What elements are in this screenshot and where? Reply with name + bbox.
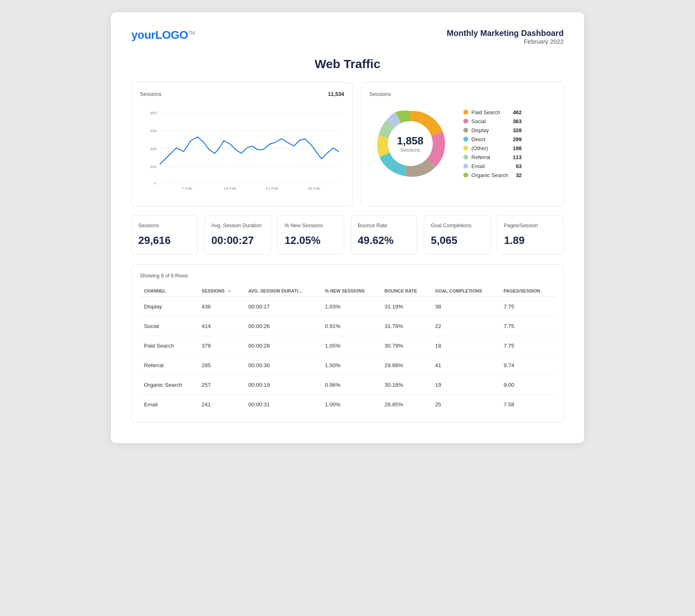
table-cell-0-6: 7.75 (500, 297, 555, 317)
sort-icon: ▼ (228, 289, 231, 293)
table-cell-2-6: 7.75 (500, 336, 555, 356)
table-cell-1-3: 0.91% (321, 317, 380, 336)
logo-brand: LOGO (155, 29, 188, 41)
legend-item: Social 363 (463, 118, 522, 124)
table-cell-2-3: 1.05% (321, 336, 380, 356)
legend-value: 328 (511, 127, 522, 133)
table-cell-1-6: 7.75 (500, 317, 555, 336)
table-cell-5-2: 00:00:31 (244, 395, 321, 414)
table-cell-1-5: 22 (431, 317, 500, 336)
table-cell-1-1: 414 (197, 317, 244, 336)
col-header-1[interactable]: Sessions ▼ (197, 285, 244, 297)
table-cell-3-2: 00:00:30 (244, 356, 321, 375)
table-header-row: ChannelSessions ▼Avg. Session Durati...%… (140, 285, 555, 297)
legend-value: 113 (511, 154, 522, 160)
table-row: Social41400:00:260.91%31.78%227.75 (140, 317, 555, 336)
stat-value: 5,065 (431, 234, 483, 247)
legend-name: (Other) (471, 145, 508, 151)
legend-item: Organic Search 32 (463, 172, 522, 178)
table-cell-5-5: 25 (431, 395, 500, 414)
table-cell-5-3: 1.00% (321, 395, 380, 414)
col-header-4: Bounce Rate (381, 285, 431, 297)
table-cell-5-1: 241 (197, 395, 244, 414)
legend-name: Paid Search (471, 109, 508, 115)
legend-name: Social (471, 118, 508, 124)
svg-text:800: 800 (150, 111, 157, 115)
table-cell-1-0: Social (140, 317, 197, 336)
header: yourLOGOTM Monthly Marketing Dashboard F… (131, 29, 564, 45)
stat-label: Bounce Rate (358, 223, 410, 228)
stat-card-0: Sessions 29,616 (131, 215, 198, 255)
legend-dot (463, 128, 468, 133)
stat-label: Sessions (138, 223, 191, 228)
table-cell-2-0: Paid Search (140, 336, 197, 356)
table-cell-1-2: 00:00:26 (244, 317, 321, 336)
table-cell-5-6: 7.58 (500, 395, 555, 414)
table-cell-4-4: 30.18% (381, 375, 431, 395)
page-title: Web Traffic (131, 57, 564, 71)
svg-text:0: 0 (154, 181, 156, 185)
table-cell-3-0: Referral (140, 356, 197, 375)
legend-value: 462 (511, 109, 522, 115)
stat-card-4: Goal Completions 5,065 (424, 215, 490, 255)
table-cell-4-1: 257 (197, 375, 244, 395)
stat-value: 00:00:27 (211, 234, 264, 247)
table-row: Referral28500:00:301.50%29.86%419.74 (140, 356, 555, 375)
table-cell-2-2: 00:00:28 (244, 336, 321, 356)
legend-item: (Other) 198 (463, 145, 522, 151)
donut-svg-container: 1,858 Sessions (370, 103, 451, 184)
stat-label: Pages/Session (504, 223, 557, 228)
donut-center-label: Sessions (397, 147, 423, 153)
legend-name: Referral (471, 154, 508, 160)
stat-card-5: Pages/Session 1.89 (497, 215, 564, 255)
legend-dot (463, 164, 468, 168)
table-cell-0-4: 31.19% (381, 297, 431, 317)
table-cell-4-2: 00:00:19 (244, 375, 321, 395)
table-head: ChannelSessions ▼Avg. Session Durati...%… (140, 285, 555, 297)
table-cell-2-1: 379 (197, 336, 244, 356)
legend-name: Direct (471, 136, 508, 142)
donut-center-value: 1,858 (397, 135, 423, 147)
legend-item: Direct 299 (463, 136, 522, 142)
header-right: Monthly Marketing Dashboard February 202… (447, 29, 564, 45)
legend-item: Paid Search 462 (463, 109, 522, 115)
data-table: ChannelSessions ▼Avg. Session Durati...%… (140, 285, 555, 414)
donut-chart-label: Sessions (370, 91, 391, 97)
stat-label: % New Sessions (285, 223, 337, 228)
table-cell-3-1: 285 (197, 356, 244, 375)
col-header-3: % New Sessions (321, 285, 380, 297)
stat-value: 12.05% (285, 234, 337, 247)
table-cell-0-5: 38 (431, 297, 500, 317)
legend-value: 363 (511, 118, 522, 124)
table-section: Showing 8 of 8 Rows ChannelSessions ▼Avg… (131, 264, 564, 423)
legend-dot (463, 119, 468, 124)
stat-card-1: Avg. Session Duration 00:00:27 (204, 215, 271, 255)
table-cell-3-4: 29.86% (381, 356, 431, 375)
stat-value: 29,616 (138, 234, 191, 247)
stat-label: Goal Completions (431, 223, 483, 228)
col-header-2: Avg. Session Durati... (244, 285, 321, 297)
line-chart-svg: 800 600 400 200 0 7 Feb 14 Feb (140, 103, 344, 197)
svg-text:21 Feb: 21 Feb (266, 186, 279, 191)
line-chart-header: Sessions 11,534 (140, 91, 344, 99)
stat-card-3: Bounce Rate 49.62% (351, 215, 417, 255)
svg-text:400: 400 (150, 146, 157, 151)
logo: yourLOGOTM (131, 29, 195, 42)
donut-legend: Paid Search 462 Social 363 Display 328 D… (463, 109, 522, 178)
col-header-6: Pages/Session (500, 285, 555, 297)
legend-value: 299 (511, 136, 522, 142)
svg-text:14 Feb: 14 Feb (224, 186, 237, 191)
donut-chart-header: Sessions (370, 91, 555, 99)
table-cell-3-6: 9.74 (500, 356, 555, 375)
logo-prefix: your (131, 29, 155, 41)
legend-name: Display (471, 127, 508, 133)
donut-center-text: 1,858 Sessions (397, 135, 423, 153)
table-cell-4-0: Organic Search (140, 375, 197, 395)
table-cell-0-2: 00:00:17 (244, 297, 321, 317)
table-body: Display43600:00:171.03%31.19%387.75Socia… (140, 297, 555, 414)
legend-item: Display 328 (463, 127, 522, 133)
svg-text:600: 600 (150, 129, 157, 133)
table-row: Email24100:00:311.00%26.85%257.58 (140, 395, 555, 414)
logo-tm: TM (188, 30, 195, 36)
legend-dot (463, 173, 468, 177)
